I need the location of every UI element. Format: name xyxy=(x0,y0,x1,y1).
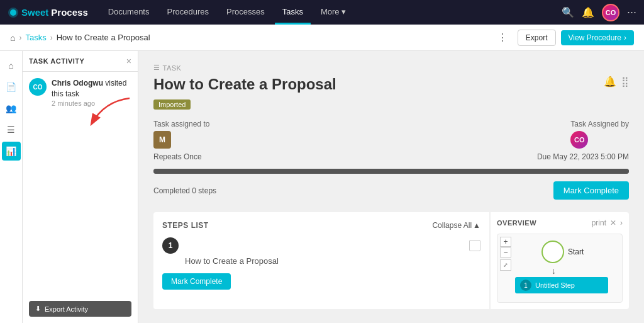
overview-header: OVERVIEW print ✕ › xyxy=(497,218,623,227)
user-avatar[interactable]: CO xyxy=(602,4,619,21)
breadcrumb-home[interactable]: ⌂ xyxy=(10,33,15,43)
nav-right: 🔍 🔔 CO ··· xyxy=(562,4,636,21)
breadcrumb-actions: ⋮ Export View Procedure › xyxy=(497,30,634,46)
task-meta-row: Task assigned to M Task Assigned by CO xyxy=(153,120,629,149)
progress-bar xyxy=(153,169,629,174)
activity-description: Chris Odogwu visited this task xyxy=(52,78,131,99)
overview-next-icon[interactable]: › xyxy=(620,218,623,227)
mark-complete-button[interactable]: Mark Complete xyxy=(553,181,629,200)
assignee-avatar: M xyxy=(153,131,171,149)
nav-documents[interactable]: Documents xyxy=(101,0,157,25)
step-actions xyxy=(469,240,480,251)
chevron-right-icon: › xyxy=(624,33,626,42)
chevron-down-icon: ▾ xyxy=(341,7,346,16)
steps-list-header: STEPS LIST Collapse All ▲ xyxy=(162,221,480,230)
bottom-section: STEPS LIST Collapse All ▲ 1 How to Creat… xyxy=(153,212,629,309)
task-type-label: ☰ TASK xyxy=(153,64,629,72)
task-activity-header: TASK ACTIVITY × xyxy=(23,51,138,72)
assigned-by-avatar: CO xyxy=(570,131,588,149)
start-label: Start xyxy=(568,247,584,256)
view-procedure-button[interactable]: View Procedure › xyxy=(561,30,635,45)
overview-close-icon[interactable]: ✕ xyxy=(610,218,616,227)
sidebar-home-icon[interactable]: ⌂ xyxy=(2,56,21,75)
steps-completed-text: Completed 0 steps xyxy=(153,186,216,195)
bell-task-icon[interactable]: 🔔 xyxy=(604,76,616,88)
task-activity-panel: TASK ACTIVITY × CO Chris Odogwu visited … xyxy=(23,51,138,323)
task-title: How to Create a Proposal xyxy=(153,76,336,93)
flow-step-badge: 1 xyxy=(520,280,531,291)
task-header-actions: 🔔 ⣿ xyxy=(604,76,629,88)
overview-title: OVERVIEW xyxy=(497,219,536,227)
export-button[interactable]: Export xyxy=(518,30,556,46)
activity-item: CO Chris Odogwu visited this task 2 minu… xyxy=(23,72,138,113)
nav-tasks[interactable]: Tasks xyxy=(275,0,311,25)
chevron-up-icon: ▲ xyxy=(473,221,480,230)
start-circle xyxy=(541,241,564,263)
sidebar-list-icon[interactable]: ☰ xyxy=(2,120,21,139)
step-name: How to Create a Proposal xyxy=(162,256,480,266)
brand-logo[interactable]: SweetProcess xyxy=(8,7,88,18)
flow-step-label: Untitled Step xyxy=(535,281,575,289)
activity-user-avatar: CO xyxy=(29,78,47,96)
bell-icon-btn[interactable]: 🔔 xyxy=(582,6,594,18)
search-icon-btn[interactable]: 🔍 xyxy=(562,6,574,18)
main-layout: ⌂ 📄 👥 ☰ 📊 TASK ACTIVITY × CO Chris Odogw… xyxy=(0,51,644,323)
assigned-to-block: Task assigned to M xyxy=(153,120,209,149)
nav-processes[interactable]: Processes xyxy=(219,0,272,25)
steps-completed-row: Completed 0 steps Mark Complete xyxy=(153,181,629,200)
close-activity-panel-button[interactable]: × xyxy=(126,56,131,66)
export-activity-button[interactable]: ⬇ Export Activity xyxy=(29,301,131,317)
overview-print-label[interactable]: print xyxy=(592,218,606,227)
sidebar-users-icon[interactable]: 👥 xyxy=(2,99,21,118)
brand-process: Process xyxy=(51,7,87,18)
due-date-label: Due May 22, 2023 5:00 PM xyxy=(537,152,629,161)
activity-time: 2 minutes ago xyxy=(52,99,131,107)
nav-more[interactable]: More ▾ xyxy=(313,0,353,25)
nav-procedures[interactable]: Procedures xyxy=(159,0,216,25)
task-list-icon: ☰ xyxy=(153,64,160,72)
more-options-icon[interactable]: ··· xyxy=(627,6,636,19)
brand-icon xyxy=(8,7,19,18)
top-nav: SweetProcess Documents Procedures Proces… xyxy=(0,0,644,25)
sidebar-file-icon[interactable]: 📄 xyxy=(2,77,21,96)
steps-list-panel: STEPS LIST Collapse All ▲ 1 How to Creat… xyxy=(153,212,489,309)
step-mark-complete-button[interactable]: Mark Complete xyxy=(162,273,231,290)
steps-list-title: STEPS LIST xyxy=(162,221,209,230)
imported-badge: Imported xyxy=(153,99,191,110)
breadcrumb-more-icon[interactable]: ⋮ xyxy=(497,31,508,43)
assigned-to-label: Task assigned to xyxy=(153,120,209,128)
breadcrumb-tasks[interactable]: Tasks xyxy=(25,33,46,42)
task-header-section: ☰ TASK How to Create a Proposal 🔔 ⣿ Impo… xyxy=(153,64,629,200)
main-content: ☰ TASK How to Create a Proposal 🔔 ⣿ Impo… xyxy=(138,51,644,323)
svg-point-1 xyxy=(10,9,16,16)
step-item: 1 xyxy=(162,237,480,254)
collapse-all-button[interactable]: Collapse All ▲ xyxy=(432,221,480,230)
repeats-label: Repeats Once xyxy=(153,152,202,161)
assigned-by-block: Task Assigned by CO xyxy=(570,120,629,149)
breadcrumb-sep-2: › xyxy=(50,33,53,42)
task-activity-title: TASK ACTIVITY xyxy=(29,57,84,65)
overview-panel: OVERVIEW print ✕ › + − ⤢ xyxy=(491,212,629,309)
overview-canvas: + − ⤢ Start ↓ xyxy=(497,234,623,303)
activity-username: Chris Odogwu xyxy=(52,79,103,88)
step-checkbox[interactable] xyxy=(469,240,480,251)
grip-icon[interactable]: ⣿ xyxy=(621,76,629,88)
flow-arrow-down: ↓ xyxy=(552,266,556,276)
repeats-row: Repeats Once Due May 22, 2023 5:00 PM xyxy=(153,152,629,161)
flow-step-node: 1 Untitled Step xyxy=(515,277,608,293)
activity-text-block: Chris Odogwu visited this task 2 minutes… xyxy=(52,78,131,107)
step-number: 1 xyxy=(162,237,179,254)
breadcrumb-current: How to Create a Proposal xyxy=(57,33,150,42)
brand-sweet: Sweet xyxy=(21,7,48,18)
breadcrumb-sep-1: › xyxy=(19,33,21,42)
sidebar-icons: ⌂ 📄 👥 ☰ 📊 xyxy=(0,51,23,323)
assigned-by-label: Task Assigned by xyxy=(570,120,629,128)
breadcrumb-bar: ⌂ › Tasks › How to Create a Proposal ⋮ E… xyxy=(0,25,644,51)
flow-diagram: Start ↓ 1 Untitled Step xyxy=(497,234,622,302)
download-icon: ⬇ xyxy=(35,305,41,313)
flow-start-node: Start xyxy=(541,241,584,263)
overview-actions: print ✕ › xyxy=(592,218,623,227)
sidebar-chart-icon[interactable]: 📊 xyxy=(2,142,21,161)
